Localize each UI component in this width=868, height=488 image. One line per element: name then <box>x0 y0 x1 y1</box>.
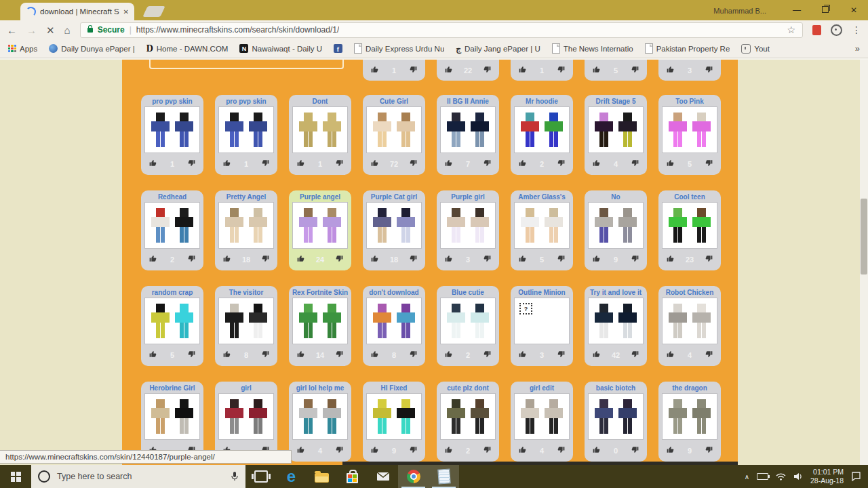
browser-tab[interactable]: download | Minecraft Ski ✕ <box>20 3 134 20</box>
dislike-button[interactable] <box>409 253 418 266</box>
scrollbar-thumb[interactable] <box>861 199 867 274</box>
new-tab-button[interactable] <box>142 6 165 17</box>
dislike-button[interactable] <box>335 253 344 266</box>
menu-dots-icon[interactable]: ⋮ <box>852 24 861 35</box>
action-center-icon[interactable] <box>851 472 861 481</box>
bookmark-item[interactable]: NNawaiwaqt - Daily U <box>239 44 322 53</box>
like-button[interactable] <box>518 64 527 77</box>
url-text[interactable]: https://www.minecraftskins.com/search/sk… <box>136 25 339 35</box>
like-button[interactable] <box>222 349 231 361</box>
dislike-button[interactable] <box>557 445 566 457</box>
dislike-button[interactable] <box>483 64 492 77</box>
dislike-button[interactable] <box>409 64 418 77</box>
skin-card[interactable]: the dragon9 <box>658 382 721 462</box>
like-button[interactable] <box>592 64 601 77</box>
like-button[interactable] <box>666 253 675 266</box>
scrollbar[interactable] <box>860 60 868 465</box>
dislike-button[interactable] <box>409 349 418 361</box>
like-button[interactable] <box>592 158 601 170</box>
dislike-button[interactable] <box>335 445 344 457</box>
partial-skin-card[interactable]: 1 <box>363 60 425 81</box>
dislike-button[interactable] <box>483 253 492 266</box>
like-button[interactable] <box>149 253 157 266</box>
dislike-button[interactable] <box>187 158 196 170</box>
skin-card[interactable]: pro pvp skin1 <box>141 95 203 175</box>
bookmark-item[interactable]: Yout <box>741 44 770 54</box>
close-button[interactable]: ✕ <box>840 5 868 15</box>
home-button[interactable]: ⌂ <box>64 25 71 35</box>
like-button[interactable] <box>370 64 379 77</box>
battery-icon[interactable] <box>757 473 768 480</box>
dislike-button[interactable] <box>705 64 713 77</box>
bookmark-star-icon[interactable]: ☆ <box>787 24 795 35</box>
skin-card[interactable]: basic biotch0 <box>585 382 647 462</box>
like-button[interactable] <box>370 253 379 266</box>
dislike-button[interactable] <box>261 158 270 170</box>
bookmark-item[interactable]: f <box>334 44 342 53</box>
dislike-button[interactable] <box>631 253 639 266</box>
like-button[interactable] <box>666 349 675 361</box>
apps-shortcut[interactable]: Apps <box>8 45 37 53</box>
like-button[interactable] <box>518 158 527 170</box>
skin-card[interactable]: Outline Minion?3 <box>511 286 573 366</box>
search-input[interactable] <box>149 60 344 69</box>
skin-card[interactable]: don't download8 <box>363 286 425 366</box>
like-button[interactable] <box>222 253 231 266</box>
like-button[interactable] <box>370 445 379 457</box>
dislike-button[interactable] <box>557 158 566 170</box>
skin-card[interactable]: Robot Chicken4 <box>658 286 721 366</box>
edge-button[interactable]: e <box>276 465 307 488</box>
restore-button[interactable] <box>811 5 840 15</box>
skin-card[interactable]: Purple Cat girl18 <box>363 190 425 270</box>
bookmark-item[interactable]: Pakistan Property Re <box>645 43 730 54</box>
dislike-button[interactable] <box>631 349 639 361</box>
like-button[interactable] <box>444 158 453 170</box>
like-button[interactable] <box>518 253 527 266</box>
dislike-button[interactable] <box>483 445 492 457</box>
dislike-button[interactable] <box>705 158 713 170</box>
skin-card[interactable]: Purple girl3 <box>437 190 499 270</box>
like-button[interactable] <box>370 349 379 361</box>
partial-skin-card[interactable]: 5 <box>585 60 647 81</box>
skin-card[interactable]: Too Pink5 <box>658 95 721 175</box>
mail-button[interactable] <box>368 465 398 488</box>
dislike-button[interactable] <box>409 158 418 170</box>
speaker-icon[interactable] <box>793 472 803 481</box>
microphone-icon[interactable] <box>231 471 239 482</box>
like-button[interactable] <box>592 349 601 361</box>
skin-card[interactable]: Pretty Angel18 <box>215 190 277 270</box>
dislike-button[interactable] <box>557 349 566 361</box>
like-button[interactable] <box>592 445 601 457</box>
like-button[interactable] <box>296 253 305 266</box>
dislike-button[interactable] <box>261 349 270 361</box>
minimize-button[interactable]: — <box>783 5 811 15</box>
skin-card[interactable]: cute plz dont2 <box>437 382 499 462</box>
like-button[interactable] <box>666 158 675 170</box>
like-button[interactable] <box>222 158 231 170</box>
skin-card[interactable]: pro pvp skin1 <box>215 95 277 175</box>
profile-name[interactable]: Muhammad B... <box>713 7 766 15</box>
dislike-button[interactable] <box>409 445 418 457</box>
taskbar-search[interactable]: Type here to search <box>31 465 245 488</box>
dislike-button[interactable] <box>557 64 566 77</box>
like-button[interactable] <box>592 253 601 266</box>
skin-card[interactable]: Drift Stage 54 <box>585 95 647 175</box>
skin-card[interactable]: Rex Fortnite Skin14 <box>289 286 351 366</box>
chrome-button[interactable] <box>398 465 429 488</box>
dislike-button[interactable] <box>335 349 344 361</box>
skin-card[interactable]: random crap5 <box>141 286 203 366</box>
bookmark-item[interactable]: جDaily Jang ePaper | U <box>456 45 540 53</box>
bookmarks-overflow-icon[interactable]: » <box>855 43 860 54</box>
tab-close-icon[interactable]: ✕ <box>123 8 129 16</box>
skin-card[interactable]: Cool teen23 <box>658 190 721 270</box>
skin-card[interactable]: Cute Girl72 <box>363 95 425 175</box>
like-button[interactable] <box>370 158 379 170</box>
skin-card[interactable]: Mr hoodie2 <box>511 95 573 175</box>
dislike-button[interactable] <box>483 349 492 361</box>
like-button[interactable] <box>149 349 157 361</box>
dislike-button[interactable] <box>261 253 270 266</box>
dislike-button[interactable] <box>187 253 196 266</box>
skin-card[interactable]: Blue cutie2 <box>437 286 499 366</box>
tray-chevron-icon[interactable]: ∧ <box>745 473 749 481</box>
like-button[interactable] <box>444 64 453 77</box>
